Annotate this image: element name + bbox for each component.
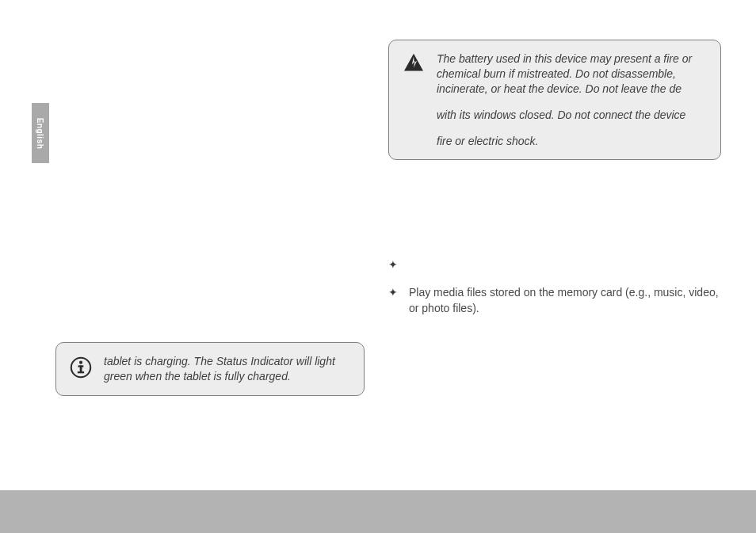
info-callout-text: tablet is charging. The Status Indicator…: [104, 354, 351, 384]
warning-callout-line: The battery used in this device may pres…: [437, 51, 708, 97]
svg-point-1: [79, 361, 82, 364]
bullet-text: Play media files stored on the memory ca…: [409, 284, 721, 317]
right-column: The battery used in this device may pres…: [388, 40, 721, 327]
svg-rect-3: [80, 365, 82, 372]
list-item: ✦ Play media files stored on the memory …: [388, 284, 721, 317]
info-icon: [69, 354, 93, 379]
left-column: tablet is charging. The Status Indicator…: [55, 40, 365, 396]
info-callout: tablet is charging. The Status Indicator…: [55, 342, 365, 396]
info-callout-line: tablet is charging. The Status Indicator…: [104, 354, 351, 384]
language-tab-label: English: [36, 117, 45, 149]
list-item: ✦: [388, 257, 721, 272]
warning-callout-line: with its windows closed. Do not connect …: [437, 108, 708, 123]
warning-callout: The battery used in this device may pres…: [388, 40, 721, 160]
warning-callout-line: fire or electric shock.: [437, 134, 708, 149]
warning-icon: [402, 51, 426, 72]
language-tab: English: [32, 103, 49, 163]
warning-callout-text: The battery used in this device may pres…: [437, 51, 708, 148]
svg-rect-4: [78, 371, 84, 373]
memory-card-heading: [388, 182, 721, 198]
bullet-marker-icon: ✦: [388, 284, 398, 317]
memory-card-bullets: ✦ ✦ Play media files stored on the memor…: [388, 257, 721, 316]
bullet-text: [409, 257, 721, 272]
page-footer-band: [0, 490, 756, 533]
bullet-marker-icon: ✦: [388, 257, 398, 272]
